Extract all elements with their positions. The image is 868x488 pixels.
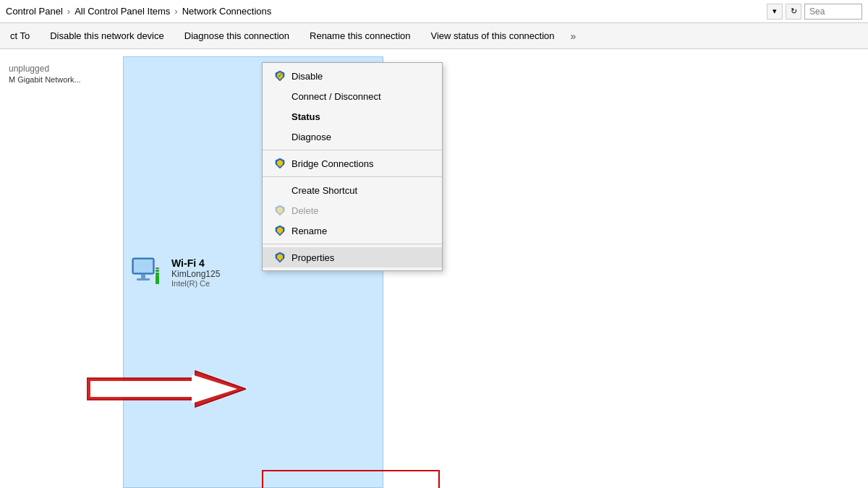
breadcrumb-network-connections[interactable]: Network Connections — [182, 6, 272, 17]
ctx-properties[interactable]: Properties — [263, 247, 442, 267]
search-input[interactable] — [804, 4, 862, 20]
ctx-rename[interactable]: Rename — [263, 221, 442, 241]
refresh-button[interactable]: ↻ — [786, 4, 801, 20]
ctx-separator-2 — [263, 176, 442, 177]
ctx-delete: Delete — [263, 200, 442, 221]
network-device-icon — [129, 255, 164, 290]
svg-text:✓: ✓ — [278, 73, 282, 78]
no-icon-4 — [274, 184, 286, 196]
no-icon-3 — [274, 131, 286, 142]
breadcrumb-sep1: › — [67, 6, 70, 17]
context-menu: ✓ Disable Connect / Disconnect Status Di… — [262, 62, 443, 271]
svg-rect-1 — [134, 260, 153, 273]
ctx-separator-1 — [263, 150, 442, 150]
toolbar-rename[interactable]: Rename this connection — [299, 23, 420, 49]
red-arrow — [87, 367, 246, 413]
no-icon-1 — [274, 90, 286, 102]
no-icon-2 — [274, 111, 286, 122]
svg-rect-4 — [156, 275, 159, 284]
svg-rect-3 — [137, 278, 150, 281]
ctx-separator-3 — [263, 244, 442, 244]
svg-rect-2 — [141, 274, 145, 278]
ctx-status[interactable]: Status — [263, 106, 442, 127]
toolbar-more[interactable]: » — [565, 23, 582, 49]
breadcrumb-control-panel[interactable]: Control Panel — [6, 6, 63, 17]
toolbar-view-status[interactable]: View status of this connection — [421, 23, 565, 49]
ctx-bridge[interactable]: Bridge Connections — [263, 153, 442, 174]
svg-rect-6 — [156, 270, 159, 272]
svg-rect-5 — [156, 273, 159, 275]
ctx-connect-disconnect[interactable]: Connect / Disconnect — [263, 86, 442, 106]
left-info-title: unplugged — [9, 64, 124, 74]
breadcrumb: Control Panel › All Control Panel Items … — [6, 6, 764, 17]
network-detail: Intel(R) Ce — [171, 279, 377, 288]
breadcrumb-sep2: › — [174, 6, 177, 17]
address-bar-controls: ▾ ↻ — [767, 4, 862, 20]
toolbar-connect-to[interactable]: ct To — [0, 23, 40, 49]
left-info-sub: M Gigabit Network... — [9, 75, 124, 84]
address-bar: Control Panel › All Control Panel Items … — [0, 0, 868, 23]
toolbar-disable[interactable]: Disable this network device — [40, 23, 174, 49]
shield-icon-bridge — [274, 158, 286, 169]
shield-icon-properties — [274, 252, 286, 263]
dropdown-button[interactable]: ▾ — [767, 4, 783, 20]
breadcrumb-all-items[interactable]: All Control Panel Items — [75, 6, 170, 17]
main-area: unplugged M Gigabit Network... Wi-Fi 4 — [0, 49, 868, 488]
shield-icon-delete — [274, 205, 286, 216]
arrow-svg — [87, 367, 246, 411]
toolbar-diagnose[interactable]: Diagnose this connection — [174, 23, 299, 49]
ctx-diagnose[interactable]: Diagnose — [263, 127, 442, 147]
network-icon — [129, 255, 164, 290]
left-info: unplugged M Gigabit Network... — [9, 64, 124, 84]
ctx-disable[interactable]: ✓ Disable — [263, 66, 442, 86]
ctx-shortcut[interactable]: Create Shortcut — [263, 180, 442, 200]
svg-rect-7 — [156, 267, 159, 269]
shield-icon-rename — [274, 225, 286, 236]
toolbar: ct To Disable this network device Diagno… — [0, 23, 868, 49]
shield-icon: ✓ — [274, 70, 286, 82]
